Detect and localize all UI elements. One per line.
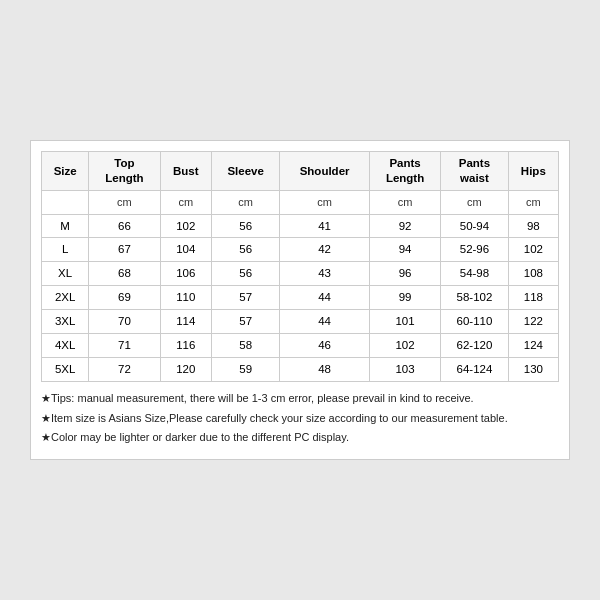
column-header-1: TopLength — [89, 152, 160, 191]
cell-0-6: 50-94 — [441, 214, 508, 238]
cell-5-0: 4XL — [42, 334, 89, 358]
cell-5-6: 62-120 — [441, 334, 508, 358]
column-header-3: Sleeve — [211, 152, 279, 191]
cell-2-2: 106 — [160, 262, 211, 286]
cell-6-6: 64-124 — [441, 358, 508, 382]
notes-section: ★Tips: manual measurement, there will be… — [41, 390, 559, 446]
cell-0-1: 66 — [89, 214, 160, 238]
cell-3-3: 57 — [211, 286, 279, 310]
table-row: L6710456429452-96102 — [42, 238, 559, 262]
column-header-2: Bust — [160, 152, 211, 191]
cell-6-1: 72 — [89, 358, 160, 382]
cell-5-4: 46 — [280, 334, 370, 358]
cell-6-7: 130 — [508, 358, 558, 382]
cell-2-1: 68 — [89, 262, 160, 286]
cell-4-6: 60-110 — [441, 310, 508, 334]
cell-2-7: 108 — [508, 262, 558, 286]
table-row: 2XL6911057449958-102118 — [42, 286, 559, 310]
column-header-7: Hips — [508, 152, 558, 191]
cell-1-4: 42 — [280, 238, 370, 262]
cell-0-3: 56 — [211, 214, 279, 238]
cell-4-7: 122 — [508, 310, 558, 334]
cell-5-7: 124 — [508, 334, 558, 358]
unit-cell-0 — [42, 191, 89, 214]
note-0: ★Tips: manual measurement, there will be… — [41, 390, 559, 407]
cell-5-5: 102 — [369, 334, 440, 358]
cell-2-4: 43 — [280, 262, 370, 286]
cell-3-7: 118 — [508, 286, 558, 310]
column-header-4: Shoulder — [280, 152, 370, 191]
cell-2-0: XL — [42, 262, 89, 286]
unit-cell-4: cm — [280, 191, 370, 214]
cell-6-0: 5XL — [42, 358, 89, 382]
column-header-5: PantsLength — [369, 152, 440, 191]
note-1: ★Item size is Asians Size,Please careful… — [41, 410, 559, 427]
table-row: 3XL70114574410160-110122 — [42, 310, 559, 334]
cell-4-4: 44 — [280, 310, 370, 334]
note-2: ★Color may be lighter or darker due to t… — [41, 429, 559, 446]
cell-5-1: 71 — [89, 334, 160, 358]
cell-0-5: 92 — [369, 214, 440, 238]
table-row: XL6810656439654-98108 — [42, 262, 559, 286]
unit-cell-7: cm — [508, 191, 558, 214]
cell-1-6: 52-96 — [441, 238, 508, 262]
cell-2-3: 56 — [211, 262, 279, 286]
cell-1-0: L — [42, 238, 89, 262]
column-header-0: Size — [42, 152, 89, 191]
cell-4-0: 3XL — [42, 310, 89, 334]
size-table: SizeTopLengthBustSleeveShoulderPantsLeng… — [41, 151, 559, 382]
cell-2-6: 54-98 — [441, 262, 508, 286]
cell-3-6: 58-102 — [441, 286, 508, 310]
cell-3-2: 110 — [160, 286, 211, 310]
cell-1-1: 67 — [89, 238, 160, 262]
cell-1-7: 102 — [508, 238, 558, 262]
table-row: M6610256419250-9498 — [42, 214, 559, 238]
cell-5-2: 116 — [160, 334, 211, 358]
cell-0-0: M — [42, 214, 89, 238]
column-header-6: Pantswaist — [441, 152, 508, 191]
cell-4-2: 114 — [160, 310, 211, 334]
table-row: 4XL71116584610262-120124 — [42, 334, 559, 358]
cell-4-3: 57 — [211, 310, 279, 334]
cell-0-4: 41 — [280, 214, 370, 238]
cell-1-5: 94 — [369, 238, 440, 262]
unit-cell-1: cm — [89, 191, 160, 214]
cell-6-5: 103 — [369, 358, 440, 382]
cell-6-4: 48 — [280, 358, 370, 382]
cell-3-4: 44 — [280, 286, 370, 310]
cell-1-3: 56 — [211, 238, 279, 262]
size-chart-card: SizeTopLengthBustSleeveShoulderPantsLeng… — [30, 140, 570, 459]
cell-5-3: 58 — [211, 334, 279, 358]
cell-6-2: 120 — [160, 358, 211, 382]
cell-3-0: 2XL — [42, 286, 89, 310]
unit-cell-5: cm — [369, 191, 440, 214]
cell-0-2: 102 — [160, 214, 211, 238]
cell-3-5: 99 — [369, 286, 440, 310]
cell-3-1: 69 — [89, 286, 160, 310]
cell-0-7: 98 — [508, 214, 558, 238]
unit-cell-2: cm — [160, 191, 211, 214]
table-row: 5XL72120594810364-124130 — [42, 358, 559, 382]
cell-2-5: 96 — [369, 262, 440, 286]
cell-4-1: 70 — [89, 310, 160, 334]
cell-1-2: 104 — [160, 238, 211, 262]
unit-cell-6: cm — [441, 191, 508, 214]
unit-cell-3: cm — [211, 191, 279, 214]
cell-4-5: 101 — [369, 310, 440, 334]
cell-6-3: 59 — [211, 358, 279, 382]
